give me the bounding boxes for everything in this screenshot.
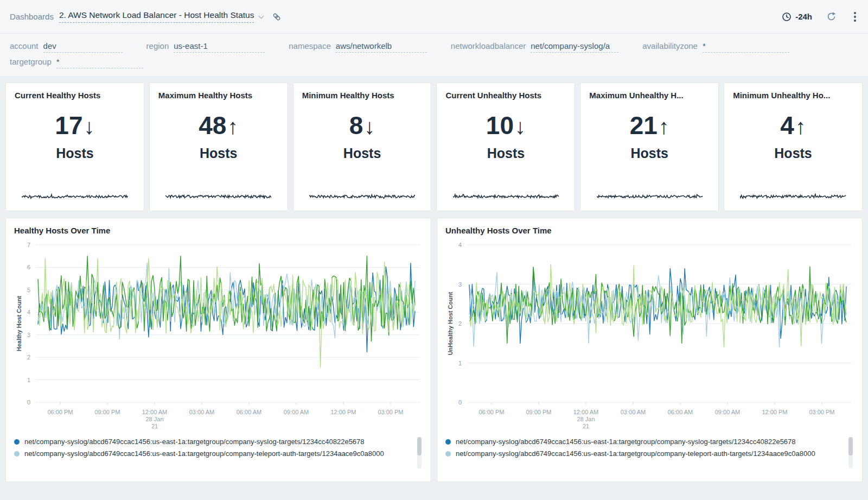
sparkline-path — [309, 195, 415, 199]
y-tick-label: 6 — [27, 264, 30, 270]
time-range-label: -24h — [795, 12, 812, 21]
filter-availabilityzone-value[interactable]: * — [703, 41, 789, 53]
trend-down-icon: ↓ — [364, 115, 375, 138]
filter-availabilityzone: availabilityzone * — [642, 41, 789, 53]
x-tick-label: 06:00 PM — [478, 409, 504, 415]
y-tick-label: 3 — [458, 281, 462, 288]
y-tick-label: 0 — [458, 399, 462, 406]
sparkline-path — [597, 195, 703, 198]
stat-panel-current-healthy: Current Healthy Hosts 17↓ Hosts — [5, 83, 144, 211]
filter-label: networkloadbalancer — [451, 41, 526, 50]
y-tick-label: 5 — [27, 287, 30, 293]
refresh-icon — [826, 11, 837, 22]
x-tick-label: 06:00 PM — [47, 409, 73, 415]
y-axis-label: UnHealthy Host Count — [447, 292, 454, 355]
filter-networkloadbalancer-value[interactable]: net/company-syslog/a — [531, 41, 618, 53]
x-tick-label: 03:00 PM — [378, 409, 403, 415]
filter-label: targetgroup — [10, 57, 52, 66]
x-tick-label: 21 — [151, 423, 158, 429]
stat-value: 8↓ — [302, 113, 423, 138]
refresh-button[interactable] — [826, 11, 837, 22]
x-tick-label: 09:00 PM — [94, 409, 120, 415]
stat-title: Minimum Healthy Hosts — [302, 91, 423, 100]
legend-item[interactable]: net/company-syslog/abcd6749ccac1456:us-e… — [14, 437, 413, 447]
y-tick-label: 4 — [458, 242, 462, 248]
stat-unit: Hosts — [733, 145, 853, 161]
x-tick-label: 28 Jan — [577, 416, 595, 422]
legend-scrollbar-thumb[interactable] — [848, 437, 853, 455]
legend-label: net/company-syslog/abcd6749ccac1456:us-e… — [24, 449, 384, 459]
trend-up-icon: ↑ — [227, 115, 238, 138]
stat-panel-max-healthy: Maximum Healthy Hosts 48↑ Hosts — [149, 83, 288, 211]
legend-label: net/company-syslog/abcd6749ccac1456:us-e… — [24, 437, 365, 447]
x-tick-label: 12:00 AM — [142, 409, 167, 415]
stat-panels-row: Current Healthy Hosts 17↓ Hosts Maximum … — [0, 83, 868, 211]
filter-account-value[interactable]: dev — [43, 41, 123, 53]
stat-panel-current-unhealthy: Current Unhealthy Hosts 10↓ Hosts — [436, 83, 575, 211]
legend-scrollbar[interactable] — [417, 437, 422, 469]
chart-canvas: 01234UnHealthy Host Count06:00 PM09:00 P… — [445, 239, 854, 431]
legend-dot — [445, 439, 451, 445]
stat-value: 21↑ — [589, 113, 710, 138]
filter-label: region — [146, 41, 169, 50]
x-tick-label: 03:00 PM — [809, 409, 834, 415]
sparkline-path — [740, 194, 846, 199]
legend-item[interactable]: net/company-syslog/abcd6749ccac1456:us-e… — [445, 437, 844, 447]
x-tick-label: 12:00 AM — [573, 409, 598, 415]
legend-dot — [14, 451, 20, 457]
y-tick-label: 1 — [458, 360, 462, 366]
sparkline — [597, 192, 703, 201]
legend-scrollbar[interactable] — [848, 437, 853, 469]
time-range-button[interactable]: -24h — [782, 12, 812, 22]
chart-panels-row: Healthy Hosts Over Time 01234567Healthy … — [0, 218, 868, 482]
legend-scrollbar-thumb[interactable] — [417, 437, 422, 455]
filter-account: account dev — [10, 41, 123, 53]
filter-namespace: namespace aws/networkelb — [289, 41, 427, 53]
legend-item[interactable]: net/company-syslog/abcd6749ccac1456:us-e… — [14, 449, 413, 459]
x-tick-label: 09:00 PM — [526, 409, 551, 415]
overflow-menu-button[interactable] — [852, 10, 858, 24]
sparkline — [165, 192, 271, 201]
x-tick-label: 03:00 AM — [621, 409, 646, 415]
trend-down-icon: ↓ — [84, 115, 95, 138]
stat-panel-min-unhealthy: Minimum Unhealthy Ho... 4↑ Hosts — [724, 83, 863, 211]
x-tick-label: 09:00 AM — [715, 409, 740, 415]
y-axis-label: Healthy Host Count — [16, 296, 22, 351]
sparkline-path — [165, 195, 271, 199]
filter-targetgroup-value[interactable]: * — [56, 57, 143, 68]
stat-title: Maximum Healthy Hosts — [158, 91, 279, 100]
filter-targetgroup: targetgroup * — [10, 57, 143, 68]
sparkline — [22, 192, 127, 201]
chart-legend: net/company-syslog/abcd6749ccac1456:us-e… — [445, 437, 854, 469]
legend-items: net/company-syslog/abcd6749ccac1456:us-e… — [445, 437, 844, 459]
chart-panel-healthy: Healthy Hosts Over Time 01234567Healthy … — [5, 218, 431, 482]
y-tick-label: 2 — [458, 320, 462, 327]
y-tick-label: 2 — [27, 354, 30, 360]
legend-item[interactable]: net/company-syslog/abcd6749ccac1456:us-e… — [445, 449, 844, 459]
filter-label: account — [10, 41, 39, 50]
y-tick-label: 3 — [27, 332, 30, 338]
stat-value: 4↑ — [733, 113, 853, 138]
y-tick-label: 4 — [27, 309, 30, 315]
breadcrumb-dashboards[interactable]: Dashboards — [10, 12, 54, 21]
stat-unit: Hosts — [302, 145, 423, 161]
sparkline — [740, 192, 846, 201]
stat-unit: Hosts — [158, 145, 279, 161]
trend-down-icon: ↓ — [515, 115, 526, 138]
stat-title: Minimum Unhealthy Ho... — [733, 91, 853, 100]
sparkline-path — [453, 194, 559, 198]
filter-region-value[interactable]: us-east-1 — [174, 41, 265, 53]
chart-title: Healthy Hosts Over Time — [14, 226, 423, 235]
y-tick-label: 0 — [27, 399, 30, 406]
trend-up-icon: ↑ — [795, 115, 806, 138]
filter-namespace-value[interactable]: aws/networkelb — [336, 41, 427, 53]
x-tick-label: 03:00 AM — [189, 409, 214, 415]
trend-up-icon: ↑ — [659, 115, 669, 138]
legend-dot — [445, 451, 451, 457]
legend-label: net/company-syslog/abcd6749ccac1456:us-e… — [456, 449, 815, 459]
x-tick-label: 06:00 AM — [237, 409, 261, 415]
legend-items: net/company-syslog/abcd6749ccac1456:us-e… — [14, 437, 413, 459]
share-link-button[interactable] — [272, 12, 282, 22]
dashboard-title-dropdown[interactable]: 2. AWS Network Load Balancer - Host Heal… — [59, 10, 264, 23]
top-header: Dashboards 2. AWS Network Load Balancer … — [0, 0, 868, 34]
